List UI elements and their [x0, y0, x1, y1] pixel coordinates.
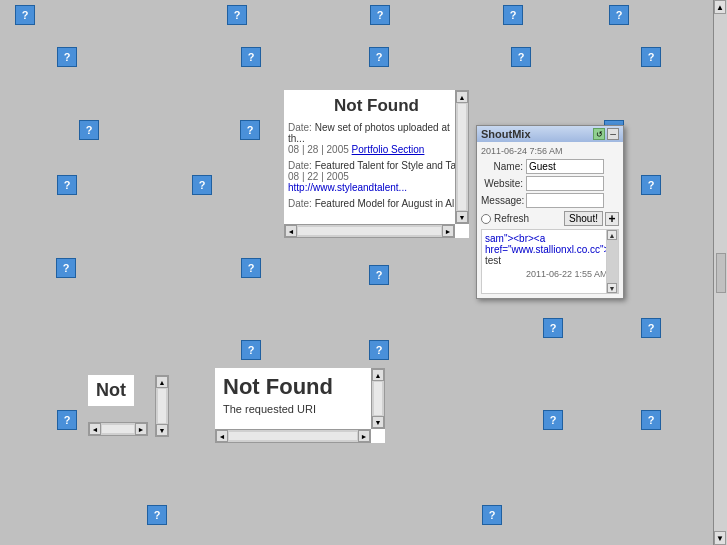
bc-h-thumb [229, 432, 357, 440]
scroll-down-btn-content[interactable]: ▼ [607, 283, 617, 293]
q-icon-24[interactable]: ? [369, 340, 389, 360]
scroll-right-btn[interactable]: ► [442, 225, 454, 237]
q-icon-2[interactable]: ? [227, 5, 247, 25]
desc-2: Featured Talent for Style and Ta... [315, 160, 465, 171]
bc-v-up-btn[interactable]: ▲ [372, 369, 384, 381]
shoutmix-content-line2: href="www.stallionxl.co.cc"> [485, 244, 615, 255]
shoutmix-message-label: Message: [481, 195, 523, 206]
shoutmix-actions: Refresh Shout! + [481, 211, 619, 226]
q-icon-11[interactable]: ? [79, 120, 99, 140]
bl-v-thumb [158, 389, 166, 423]
main-heading: Not Found [288, 96, 465, 116]
shoutmix-content-line1: sam"><br><a [485, 233, 615, 244]
bottom-not-found-subtitle: The requested URI [223, 403, 377, 415]
q-icon-15[interactable]: ? [57, 175, 77, 195]
q-icon-23[interactable]: ? [241, 340, 261, 360]
shoutmix-name-input[interactable] [526, 159, 604, 174]
q-icon-20[interactable]: ? [369, 265, 389, 285]
date-1: 08 | 28 | 2005 [288, 144, 349, 155]
content-item-3: Date: Featured Model for August in Al... [288, 198, 465, 209]
scroll-thumb-h [298, 227, 441, 235]
shoutmix-content-area: sam"><br><a href="www.stallionxl.co.cc">… [481, 229, 619, 294]
shoutmix-website-input[interactable] [526, 176, 604, 191]
shoutmix-body: 2011-06-24 7:56 AM Name: Website: Messag… [477, 142, 623, 298]
q-icon-16[interactable]: ? [192, 175, 212, 195]
date-label-3: Date: [288, 198, 312, 209]
q-icon-3[interactable]: ? [370, 5, 390, 25]
q-icon-27[interactable]: ? [543, 410, 563, 430]
shoutmix-minimize-btn[interactable]: ─ [607, 128, 619, 140]
date-label-2: Date: [288, 160, 312, 171]
shoutmix-name-label: Name: [481, 161, 523, 172]
q-icon-21[interactable]: ? [543, 318, 563, 338]
scroll-down-btn[interactable]: ▼ [456, 211, 468, 223]
q-icon-28[interactable]: ? [641, 410, 661, 430]
shoutmix-refresh-label: Refresh [494, 213, 529, 224]
bottom-left-v-scroll[interactable]: ▲ ▼ [155, 375, 169, 437]
bottom-left-not: Not [88, 375, 134, 406]
desc-3: Featured Model for August in Al... [315, 198, 463, 209]
content-item-1: Date: New set of photos uploaded at th..… [288, 122, 465, 155]
right-edge-scrollbar[interactable]: ▲ ▼ [713, 0, 727, 545]
bl-scroll-left-btn[interactable]: ◄ [89, 423, 101, 435]
bl-scroll-right-btn[interactable]: ► [135, 423, 147, 435]
q-icon-19[interactable]: ? [241, 258, 261, 278]
shoutmix-message-input[interactable] [526, 193, 604, 208]
bl-v-down-btn[interactable]: ▼ [156, 424, 168, 436]
q-icon-18[interactable]: ? [56, 258, 76, 278]
bc-v-scrollbar[interactable]: ▲ ▼ [371, 368, 385, 429]
q-icon-12[interactable]: ? [240, 120, 260, 140]
shout-button[interactable]: Shout! [564, 211, 603, 226]
shoutmix-refresh-icon[interactable]: ↺ [593, 128, 605, 140]
q-icon-4[interactable]: ? [503, 5, 523, 25]
shoutmix-titlebar: ShoutMix ↺ ─ [477, 126, 623, 142]
bl-v-up-btn[interactable]: ▲ [156, 376, 168, 388]
bottom-left-h-scroll[interactable]: ◄ ► [88, 422, 148, 436]
re-up-btn[interactable]: ▲ [714, 0, 726, 14]
date-2: 08 | 22 | 2005 [288, 171, 349, 182]
q-icon-30[interactable]: ? [482, 505, 502, 525]
bc-h-scrollbar[interactable]: ◄ ► [215, 429, 371, 443]
q-icon-5[interactable]: ? [609, 5, 629, 25]
q-icon-17[interactable]: ? [641, 175, 661, 195]
shoutmix-content-date: 2011-06-22 1:55 AM # [485, 269, 615, 279]
content-item-2: Date: Featured Talent for Style and Ta..… [288, 160, 465, 193]
bl-scroll-track [102, 425, 134, 433]
scroll-thumb-v [458, 104, 466, 210]
main-h-scrollbar[interactable]: ◄ ► [284, 224, 455, 238]
shoutmix-title-buttons: ↺ ─ [593, 128, 619, 140]
shoutmix-message-field: Message: [481, 193, 619, 208]
shoutmix-name-field: Name: [481, 159, 619, 174]
date-label-1: Date: [288, 122, 312, 133]
link-2[interactable]: http://www.styleandtalent... [288, 182, 407, 193]
bottom-center-panel: Not Found The requested URI ▲ ▼ ◄ ► [215, 368, 385, 443]
bc-h-left-btn[interactable]: ◄ [216, 430, 228, 442]
shoutmix-title: ShoutMix [481, 128, 531, 140]
re-down-btn[interactable]: ▼ [714, 531, 726, 545]
desc-1: New set of photos uploaded at th... [288, 122, 450, 144]
shoutmix-plus-btn[interactable]: + [605, 212, 619, 226]
q-icon-9[interactable]: ? [511, 47, 531, 67]
bc-v-down-btn[interactable]: ▼ [372, 416, 384, 428]
bc-v-thumb [374, 382, 382, 415]
scroll-left-btn[interactable]: ◄ [285, 225, 297, 237]
q-icon-22[interactable]: ? [641, 318, 661, 338]
shoutmix-content-scrollbar: ▲ ▼ [606, 230, 618, 293]
q-icon-1[interactable]: ? [15, 5, 35, 25]
shoutmix-shout-area: Shout! + [564, 211, 619, 226]
shoutmix-website-field: Website: [481, 176, 619, 191]
bc-h-right-btn[interactable]: ► [358, 430, 370, 442]
scroll-up-btn-content[interactable]: ▲ [607, 230, 617, 240]
q-icon-6[interactable]: ? [57, 47, 77, 67]
q-icon-25[interactable]: ? [57, 410, 77, 430]
q-icon-10[interactable]: ? [641, 47, 661, 67]
scroll-up-btn[interactable]: ▲ [456, 91, 468, 103]
shoutmix-refresh-area: Refresh [481, 213, 529, 224]
shoutmix-refresh-radio[interactable] [481, 214, 491, 224]
shoutmix-content-line3: test [485, 255, 615, 266]
main-v-scrollbar[interactable]: ▲ ▼ [455, 90, 469, 224]
q-icon-29[interactable]: ? [147, 505, 167, 525]
link-1[interactable]: Portfolio Section [352, 144, 425, 155]
q-icon-8[interactable]: ? [369, 47, 389, 67]
q-icon-7[interactable]: ? [241, 47, 261, 67]
